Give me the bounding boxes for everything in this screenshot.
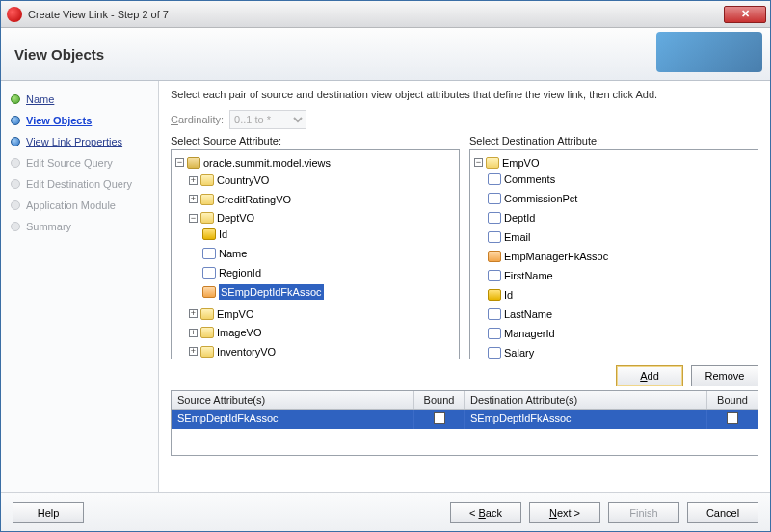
tree-node[interactable]: CreditRatingVO <box>217 192 291 207</box>
tree-node[interactable]: Email <box>504 229 531 245</box>
instruction-text: Select each pair of source and destinati… <box>171 89 758 100</box>
app-icon <box>7 7 22 22</box>
tree-node[interactable]: EmpVO <box>502 155 540 171</box>
collapse-icon[interactable]: − <box>175 158 184 167</box>
attribute-icon <box>488 328 501 339</box>
dest-tree-col: Select Destination Attribute: −EmpVO Com… <box>469 135 758 359</box>
tree-node[interactable]: DeptVO <box>217 210 254 226</box>
wizard-footer: Help < Back Next > Finish Cancel <box>1 492 770 531</box>
cardinality-row: Cardinality: 0..1 to * <box>171 110 758 129</box>
tree-node[interactable]: LastName <box>504 306 552 322</box>
main-panel: Select each pair of source and destinati… <box>159 81 770 492</box>
attribute-icon <box>488 231 501 243</box>
step-application-module[interactable]: Application Module <box>7 195 154 216</box>
tree-node-selected[interactable]: SEmpDeptIdFkAssoc <box>219 284 324 300</box>
col-bound-dst: Bound <box>707 391 758 409</box>
cell-bound-src <box>414 410 465 429</box>
checkbox-icon[interactable] <box>727 412 738 424</box>
add-button[interactable]: Add <box>616 365 683 386</box>
col-bound-src: Bound <box>414 391 465 409</box>
tree-node[interactable]: EmpVO <box>217 306 254 322</box>
attribute-icon <box>488 212 501 224</box>
tree-node[interactable]: Id <box>504 287 513 303</box>
step-view-link-properties[interactable]: View Link Properties <box>7 131 154 152</box>
viewobject-icon <box>200 194 214 205</box>
wizard-header: View Objects <box>1 28 770 81</box>
attributes-grid: Source Attribute(s) Bound Destination At… <box>171 390 758 456</box>
attribute-icon <box>488 270 501 281</box>
attribute-icon <box>488 193 501 204</box>
viewobject-icon <box>486 157 499 169</box>
window-title: Create View Link - Step 2 of 7 <box>28 9 724 20</box>
assoc-icon <box>202 286 216 298</box>
tree-node[interactable]: ManagerId <box>504 326 555 341</box>
cell-bound-dst <box>707 410 758 429</box>
wizard-window: Create View Link - Step 2 of 7 ✕ View Ob… <box>0 0 771 532</box>
viewobject-icon <box>200 346 214 358</box>
page-title: View Objects <box>14 46 104 63</box>
tree-node[interactable]: RegionId <box>219 265 261 280</box>
next-button[interactable]: Next > <box>529 502 600 523</box>
step-summary[interactable]: Summary <box>7 216 154 237</box>
cell-dest: SEmpDeptIdFkAssoc <box>465 410 707 429</box>
remove-button[interactable]: Remove <box>691 365 758 386</box>
titlebar: Create View Link - Step 2 of 7 ✕ <box>1 1 770 28</box>
tree-node[interactable]: Id <box>219 226 227 242</box>
step-view-objects[interactable]: View Objects <box>7 110 154 131</box>
viewobject-icon <box>200 174 214 186</box>
step-edit-source-query[interactable]: Edit Source Query <box>7 152 154 173</box>
tree-node[interactable]: DeptId <box>504 210 535 226</box>
attribute-icon <box>488 308 501 320</box>
expand-icon[interactable]: + <box>189 176 198 185</box>
expand-icon[interactable]: + <box>189 329 198 337</box>
tree-node[interactable]: oracle.summit.model.views <box>203 155 331 171</box>
attribute-icon <box>202 248 216 259</box>
cancel-button[interactable]: Cancel <box>687 502 758 523</box>
tree-node[interactable]: ImageVO <box>217 325 261 340</box>
viewobject-icon <box>200 212 214 224</box>
grid-row[interactable]: SEmpDeptIdFkAssoc SEmpDeptIdFkAssoc <box>172 410 758 429</box>
collapse-icon[interactable]: − <box>189 214 198 223</box>
tree-node[interactable]: FirstName <box>504 268 553 283</box>
assoc-icon <box>488 251 501 262</box>
close-icon: ✕ <box>741 8 750 20</box>
step-name[interactable]: Name <box>7 89 154 110</box>
back-button[interactable]: < Back <box>450 502 521 523</box>
source-tree-col: Select Source Attribute: −oracle.summit.… <box>171 135 460 359</box>
tree-node[interactable]: EmpManagerFkAssoc <box>504 249 608 264</box>
collapse-icon[interactable]: − <box>474 158 483 167</box>
tree-node[interactable]: CountryVO <box>217 173 269 188</box>
attribute-trees: Select Source Attribute: −oracle.summit.… <box>171 135 758 359</box>
tree-node[interactable]: Comments <box>504 172 555 187</box>
add-remove-row: Add Remove <box>171 365 758 386</box>
close-button[interactable]: ✕ <box>724 6 766 23</box>
key-icon <box>202 228 216 240</box>
tree-node[interactable]: Salary <box>504 345 534 360</box>
checkbox-icon[interactable] <box>434 412 445 424</box>
help-button[interactable]: Help <box>13 502 84 523</box>
wizard-body: Name View Objects View Link Properties E… <box>1 81 770 492</box>
col-dest: Destination Attribute(s) <box>465 391 707 409</box>
step-edit-destination-query[interactable]: Edit Destination Query <box>7 173 154 195</box>
source-tree[interactable]: −oracle.summit.model.views +CountryVO +C… <box>171 149 460 359</box>
finish-button[interactable]: Finish <box>608 502 679 523</box>
destination-tree[interactable]: −EmpVO Comments CommissionPct DeptId Ema… <box>469 149 758 359</box>
viewobject-icon <box>200 327 214 338</box>
tree-node[interactable]: CommissionPct <box>504 191 577 206</box>
header-art-icon <box>656 32 762 72</box>
viewobject-icon <box>200 308 214 320</box>
expand-icon[interactable]: + <box>189 309 198 318</box>
cardinality-select[interactable]: 0..1 to * <box>229 110 306 129</box>
source-tree-label: Select Source Attribute: <box>171 135 460 146</box>
tree-node[interactable]: Name <box>219 246 247 261</box>
expand-icon[interactable]: + <box>189 195 198 203</box>
key-icon <box>488 289 501 301</box>
package-icon <box>187 157 200 169</box>
cell-source: SEmpDeptIdFkAssoc <box>172 410 414 429</box>
expand-icon[interactable]: + <box>189 347 198 356</box>
step-nav: Name View Objects View Link Properties E… <box>1 81 159 492</box>
attribute-icon <box>488 347 501 359</box>
col-source: Source Attribute(s) <box>172 391 414 409</box>
tree-node[interactable]: InventoryVO <box>217 344 276 359</box>
cardinality-label: Cardinality: <box>171 114 224 125</box>
